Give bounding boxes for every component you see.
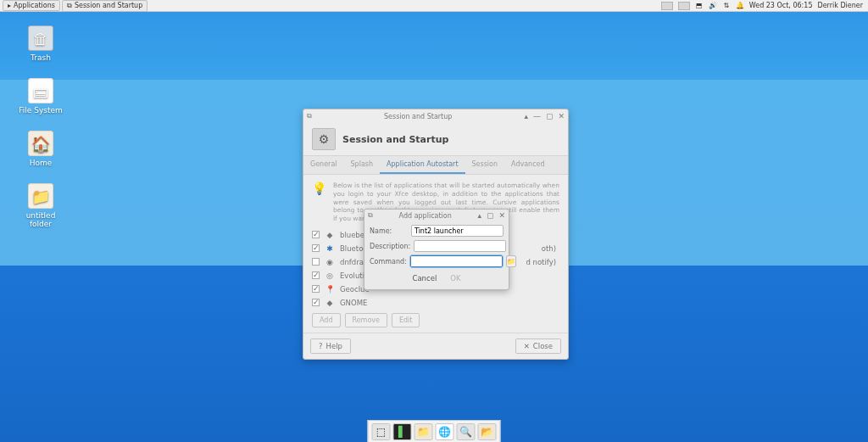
command-field-row: Command: 📁 [370,255,504,267]
desktop-untitled-folder[interactable]: 📁 untitled folder [17,183,64,228]
help-button[interactable]: ?Help [310,338,351,354]
update-icon[interactable]: ⬒ [695,2,704,10]
bell-icon[interactable]: 🔔 [736,2,744,10]
add-application-dialog: ⧉ Add application ▴ ▢ ✕ Name: Descriptio… [364,209,509,290]
edit-button[interactable]: Edit [392,313,420,327]
dialog-buttons: Cancel OK [370,271,504,288]
tray-block-1[interactable] [661,2,673,10]
name-input[interactable] [411,225,504,237]
location-icon: 📍 [325,284,335,294]
desc-field-row: Description: [370,240,504,252]
window-titlebar[interactable]: ⧉ Session and Startup ▴ — ▢ ✕ [303,109,568,123]
apps-icon: ▸ [8,2,11,9]
dock-terminal[interactable]: ▌ [393,423,412,440]
dialog-titlebar[interactable]: ⧉ Add application ▴ ▢ ✕ [364,210,509,221]
window-heading: Session and Startup [342,134,448,145]
network-icon[interactable]: ⇅ [722,2,731,10]
app-icon: ◎ [325,271,335,281]
win-maximize-icon[interactable]: ▢ [546,112,554,120]
dock-file-manager[interactable]: 📁 [415,423,433,440]
checkbox[interactable] [312,258,320,266]
panel-right: ⬒ 🔊 ⇅ 🔔 Wed 23 Oct, 06:15 Derrik Diener [661,2,868,10]
panel-left: ▸ Applications ⧉ Session and Startup [0,0,147,12]
ok-button[interactable]: OK [450,274,460,283]
item-suffix: d notify) [526,258,559,266]
dlg-rollup-icon[interactable]: ▴ [477,211,481,220]
filesystem-icon: 🖴 [28,78,53,104]
desc-label: Description: [370,243,410,250]
close-label: Close [533,342,553,350]
checkbox[interactable] [312,299,320,306]
help-icon: ? [319,342,323,350]
dialog-title: Add application [373,212,477,220]
tab-general[interactable]: General [303,156,344,174]
top-panel: ▸ Applications ⧉ Session and Startup ⬒ 🔊… [0,0,868,12]
home-label: Home [30,159,53,167]
desktop-filesystem[interactable]: 🖴 File System [17,78,64,115]
applications-menu[interactable]: ▸ Applications [3,0,60,11]
name-label: Name: [370,227,408,235]
win-close-icon[interactable]: ✕ [558,112,565,120]
bulb-icon: 💡 [312,182,326,223]
list-item: ◆GNOME [312,296,559,310]
checkbox[interactable] [312,244,320,252]
username[interactable]: Derrik Diener [817,2,863,9]
close-button[interactable]: ✕Close [515,338,561,354]
trash-label: Trash [31,53,51,62]
desktop-home[interactable]: 🏠 Home [17,131,64,167]
tab-splash[interactable]: Splash [344,156,381,174]
folder-icon: 📁 [28,183,53,209]
dock-browser[interactable]: 🌐 [436,423,454,440]
close-icon: ✕ [524,342,530,350]
audio-icon[interactable]: 🔊 [709,2,717,10]
checkbox[interactable] [312,285,320,293]
folder-label: untitled folder [26,211,56,228]
trash-icon: 🗑 [28,25,53,51]
dialog-body: Name: Description: Command: 📁 Cancel OK [364,221,509,289]
remove-button[interactable]: Remove [345,313,387,327]
list-buttons: Add Remove Edit [312,313,559,327]
item-label: Evoluti [340,271,364,280]
bottom-dock: ⬚ ▌ 📁 🌐 🔍 📂 [368,420,501,442]
cancel-button[interactable]: Cancel [412,274,437,283]
tab-advanced[interactable]: Advanced [504,156,552,174]
dlg-close-icon[interactable]: ✕ [498,211,505,220]
window-footer: ?Help ✕Close [303,333,568,359]
clock[interactable]: Wed 23 Oct, 06:15 [749,2,813,9]
tab-autostart[interactable]: Application Autostart [380,156,465,174]
fs-label: File System [19,106,62,115]
task-label: Session and Startup [75,2,142,9]
command-label: Command: [370,258,407,266]
tray-block-2[interactable] [678,2,690,10]
command-input[interactable] [410,255,503,267]
dock-home[interactable]: 📂 [478,423,497,440]
bluetooth-icon: ✱ [325,243,335,254]
add-button[interactable]: Add [312,313,341,327]
dlg-maximize-icon[interactable]: ▢ [487,211,494,220]
checkbox[interactable] [312,271,320,279]
window-icon: ⧉ [67,2,72,10]
help-label: Help [326,342,342,350]
win-minimize-icon[interactable]: — [533,112,541,120]
apps-label: Applications [14,2,55,9]
app-icon: ◆ [325,230,335,240]
window-header: ⚙ Session and Startup [303,123,568,155]
tabs: General Splash Application Autostart Ses… [303,155,568,175]
item-label: GNOME [340,299,367,307]
checkbox[interactable] [312,231,320,238]
item-suffix: oth) [542,244,559,253]
app-icon: ◉ [325,257,335,267]
home-icon: 🏠 [28,131,53,156]
dock-show-desktop[interactable]: ⬚ [372,423,391,440]
app-icon: ◆ [325,298,335,308]
taskbar-item-session[interactable]: ⧉ Session and Startup [62,0,147,12]
name-field-row: Name: [370,225,504,237]
window-title: Session and Startup [312,113,524,120]
browse-button[interactable]: 📁 [506,255,516,267]
dock-search[interactable]: 🔍 [457,423,476,440]
header-icon: ⚙ [312,128,336,150]
tab-session[interactable]: Session [465,156,505,174]
description-input[interactable] [414,240,506,252]
win-rollup-icon[interactable]: ▴ [524,112,528,120]
desktop-trash[interactable]: 🗑 Trash [17,25,64,62]
